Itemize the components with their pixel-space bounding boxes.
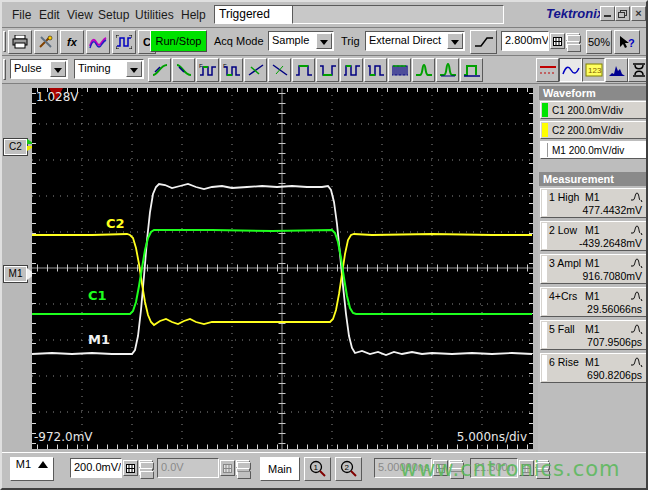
bottom-voltage-label: -972.0mV [34,430,93,444]
neg-width-button[interactable]: F [220,58,243,82]
menu-help[interactable]: Help [177,6,210,24]
c2-position-marker[interactable]: C2 [4,139,27,155]
waveform-c1-button[interactable]: C1 200.0mV/div [540,101,647,119]
print-button[interactable] [8,30,32,54]
signal-class-select[interactable]: Pulse [10,59,68,79]
pos-peak-button[interactable] [412,58,435,82]
measure-readout-button[interactable]: 123 [582,58,605,82]
waveform-button[interactable] [86,30,110,54]
mask-button[interactable] [628,58,648,82]
menu-utilities[interactable]: Utilities [131,6,178,24]
close-button[interactable]: × [631,6,646,21]
acq-mode-label: Acq Mode [214,35,264,47]
channel-select-button[interactable]: M1 [10,457,54,481]
settle-button[interactable] [460,58,483,82]
histogram-icon [608,62,626,78]
measurement-4-pcrs[interactable]: 4+CrsM1 29.56066ns [540,287,648,317]
math-fx-button[interactable]: fx [60,30,84,54]
magnifier-2-icon: 2 [340,460,358,478]
scale-stepper[interactable] [139,460,153,476]
horizontal-view-button[interactable]: Main [260,457,300,481]
measurement-6-rise[interactable]: 6 RiseM1 690.8206ps [540,353,648,383]
pulse-glyph-icon [630,191,643,202]
toolbar-handle[interactable] [3,31,6,52]
measurement-panel-header: Measurement [539,172,648,186]
measurement-1-high[interactable]: 1 HighM1 477.4432mV [540,188,648,218]
toolbar-handle[interactable] [3,59,6,80]
pos-pulse-button[interactable] [292,58,315,82]
rise-time-button[interactable] [148,58,171,82]
period-r-button[interactable] [340,58,363,82]
cursors-icon [539,62,557,78]
cursors-button[interactable] [536,58,559,82]
measurement-5-fall[interactable]: 5 FallM1 707.9506ps [540,320,648,350]
trig-slope-button[interactable] [470,30,497,54]
run-stop-button[interactable]: Run/Stop [150,30,207,52]
minimize-button[interactable] [600,6,615,21]
chevron-down-icon[interactable] [50,61,66,77]
menu-file[interactable]: File [8,6,35,24]
restore-button[interactable] [615,6,630,21]
magnifier-1-icon: 1 [309,460,327,478]
context-help-button[interactable]: ? [614,30,640,54]
zoom-pulse-icon [116,35,132,49]
m1-position-marker[interactable]: M1 [4,266,27,282]
burst-button[interactable] [388,58,411,82]
keypad-icon[interactable] [123,460,138,476]
tools-icon [38,35,54,49]
chevron-down-icon[interactable] [316,33,332,49]
scope-graticule[interactable]: 1.028V -972.0mV 5.000ns/div C2 C1 M1 [32,88,533,449]
period-r-icon [343,62,361,78]
control-sidebar: Waveform C1 200.0mV/div C2 200.0mV/div M… [538,84,648,452]
graticule-svg [32,88,533,449]
period-f-button[interactable] [364,58,387,82]
waveform-view-icon [562,62,580,78]
zoom-1-button[interactable]: 1 [304,457,331,481]
scale-field[interactable]: 200.0mV/ [70,458,122,478]
pulse-glyph-icon [630,224,643,235]
trig-label: Trig [341,35,360,47]
m1-trace-label: M1 [88,332,110,347]
histogram-button[interactable] [605,58,628,82]
svg-text:1: 1 [313,463,318,472]
measure-readout-icon: 123 [585,62,603,78]
neg-peak-button[interactable] [436,58,459,82]
toolbar-measure: Pulse Timing F F 123 [2,56,646,84]
keypad-icon[interactable] [550,33,565,49]
rise-cross-button[interactable] [244,58,267,82]
fall-time-button[interactable] [172,58,195,82]
measurement-3-ampl[interactable]: 3 AmplM1 916.7080mV [540,254,648,284]
svg-text:123: 123 [588,66,602,75]
fall-cross-button[interactable] [268,58,291,82]
timebase-label: 5.000ns/div [457,430,527,444]
top-voltage-label: 1.028V [36,90,79,104]
tools-button[interactable] [34,30,58,54]
waveform-c2-button[interactable]: C2 200.0mV/div [540,121,647,139]
chevron-down-icon[interactable] [447,33,463,49]
pos-pulse-icon [295,62,313,78]
measure-group-select[interactable]: Timing [74,59,144,79]
fx-icon: fx [67,36,77,48]
measurement-2-low[interactable]: 2 LowM1 -439.2648mV [540,221,648,251]
pulse-glyph-icon [630,323,643,334]
zoom-50-button[interactable]: 50% [586,30,612,54]
acq-mode-select[interactable]: Sample [268,31,334,51]
menu-setup[interactable]: Setup [94,6,133,24]
chevron-down-icon[interactable] [126,61,142,77]
pos-width-button[interactable]: F [196,58,219,82]
waveform-view-button[interactable] [559,58,582,82]
zoom-pulse-button[interactable] [112,30,136,54]
neg-pulse-button[interactable] [316,58,339,82]
svg-text:?: ? [628,37,635,49]
trig-level-field[interactable]: 2.800mV [501,31,549,51]
trig-level-stepper[interactable] [566,33,580,49]
neg-peak-icon [439,62,457,78]
waveform-m1-button[interactable]: M1 200.0mV/div [540,141,647,159]
pulse-glyph-icon [630,356,643,367]
trig-slope-icon [474,35,494,49]
menu-edit[interactable]: Edit [35,6,64,24]
menu-view[interactable]: View [63,6,97,24]
waveform-icon [89,35,107,49]
zoom-2-button[interactable]: 2 [335,457,362,481]
trig-source-select[interactable]: External Direct [365,31,465,51]
